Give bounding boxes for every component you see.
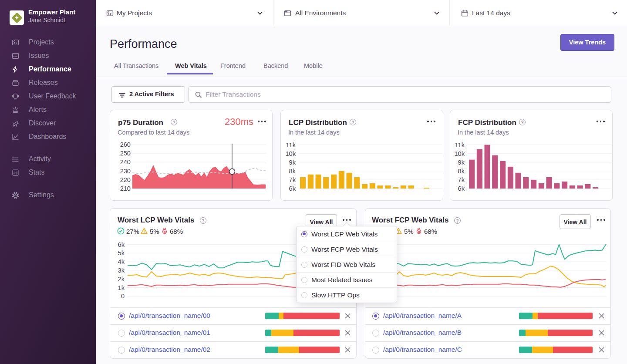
svg-text:0: 0 bbox=[121, 293, 125, 300]
svg-text:1k: 1k bbox=[118, 284, 125, 291]
svg-text:7k: 7k bbox=[289, 176, 296, 183]
svg-text:8k: 8k bbox=[289, 168, 296, 175]
svg-text:10k: 10k bbox=[454, 150, 465, 157]
svg-text:230: 230 bbox=[120, 168, 131, 175]
svg-text:260: 260 bbox=[120, 141, 131, 148]
svg-text:11k: 11k bbox=[286, 142, 296, 148]
svg-text:6k: 6k bbox=[458, 185, 465, 192]
svg-text:2k: 2k bbox=[118, 276, 125, 283]
svg-text:7k: 7k bbox=[458, 176, 465, 183]
svg-text:210: 210 bbox=[120, 185, 131, 192]
svg-text:6k: 6k bbox=[289, 185, 296, 192]
svg-text:6k: 6k bbox=[118, 241, 125, 248]
svg-text:8k: 8k bbox=[458, 168, 465, 175]
svg-text:4k: 4k bbox=[118, 258, 125, 265]
svg-text:9k: 9k bbox=[458, 159, 465, 166]
svg-text:5k: 5k bbox=[118, 249, 125, 256]
svg-text:11k: 11k bbox=[455, 142, 465, 148]
svg-text:9k: 9k bbox=[289, 159, 296, 166]
svg-text:10k: 10k bbox=[285, 150, 296, 157]
svg-text:3k: 3k bbox=[118, 267, 125, 274]
svg-text:240: 240 bbox=[120, 158, 131, 165]
svg-text:250: 250 bbox=[120, 150, 131, 157]
svg-text:220: 220 bbox=[120, 176, 131, 183]
